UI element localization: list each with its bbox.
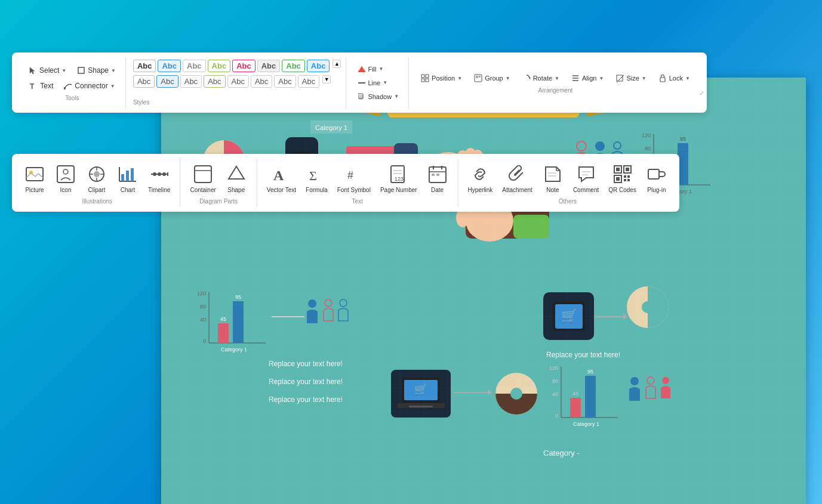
date-icon — [427, 163, 448, 185]
pie-chart-right[interactable] — [624, 283, 672, 331]
comment-icon — [575, 163, 597, 185]
replace-text-4[interactable]: Replace your text here! — [269, 394, 343, 404]
abc-row2: Abc Abc Abc Abc Abc Abc Abc Abc ▼ — [133, 75, 341, 88]
abc-btn-14[interactable]: Abc — [251, 75, 272, 88]
canvas-content[interactable]: Add Your Title Here Category 1 🛒 — [161, 78, 806, 504]
svg-rect-32 — [126, 171, 129, 181]
svg-rect-138 — [570, 398, 581, 418]
font-symbol-item[interactable]: # Font Symbol — [335, 161, 373, 196]
svg-text:0: 0 — [203, 338, 206, 344]
svg-text:Category 1: Category 1 — [221, 347, 247, 353]
abc-btn-5[interactable]: Abc — [232, 60, 255, 72]
abc-btn-7[interactable]: Abc — [282, 60, 305, 72]
clipart-item[interactable]: Clipart — [84, 161, 110, 196]
shape-insert-item[interactable]: Shape — [223, 161, 250, 196]
group-icon — [474, 74, 482, 82]
align-button[interactable]: Align ▼ — [567, 72, 608, 85]
hyperlink-item[interactable]: Hyperlink — [466, 161, 495, 196]
chart-icon — [117, 163, 138, 185]
picture-label: Picture — [25, 187, 44, 193]
expand-styles-up[interactable]: ▲ — [333, 60, 341, 68]
abc-btn-16[interactable]: Abc — [298, 75, 319, 88]
text-label: Text — [40, 82, 53, 90]
line-button[interactable]: Line ▼ — [353, 77, 404, 89]
svg-rect-10 — [426, 79, 429, 82]
plugin-item[interactable]: Plug-in — [644, 161, 670, 196]
bar-chart-bottom-right[interactable]: 120 80 40 0 45 95 Category 1 — [543, 364, 621, 432]
canvas-area: Add Your Title Here Category 1 🛒 — [161, 78, 806, 504]
svg-rect-13 — [479, 76, 481, 78]
rotate-button[interactable]: Rotate ▼ — [518, 72, 564, 85]
chart-item[interactable]: Chart — [115, 161, 141, 196]
replace-text-right[interactable]: Replace your text here! — [546, 349, 620, 360]
comment-label: Comment — [573, 187, 599, 193]
plugin-label: Plug-in — [647, 187, 666, 193]
tablet-cart[interactable]: 🛒 — [543, 292, 594, 340]
svg-point-117 — [308, 299, 316, 308]
qr-codes-item[interactable]: QR Codes — [606, 161, 639, 196]
abc-btn-12[interactable]: Abc — [204, 75, 225, 88]
position-button[interactable]: Position ▼ — [416, 72, 467, 85]
abc-btn-9[interactable]: Abc — [133, 75, 155, 88]
bar-chart-bottom-left[interactable]: 120 80 40 0 45 95 Category 1 — [191, 289, 269, 358]
vector-text-label: Vector Text — [267, 187, 296, 193]
size-button[interactable]: Size ▼ — [611, 72, 651, 85]
shape-button[interactable]: Shape ▼ — [72, 64, 121, 77]
icon-item[interactable]: Icon — [53, 161, 79, 196]
abc-btn-6[interactable]: Abc — [257, 60, 281, 72]
abc-btn-3[interactable]: Abc — [183, 60, 206, 72]
pie-chart-bottom-mid[interactable] — [492, 370, 540, 418]
fill-button[interactable]: Fill ▼ — [353, 63, 404, 75]
note-item[interactable]: Note — [540, 161, 566, 196]
shape-insert-label: Shape — [227, 187, 245, 193]
line-icon — [358, 79, 365, 86]
svg-text:120: 120 — [197, 290, 206, 296]
svg-point-24 — [63, 169, 68, 174]
hyperlink-label: Hyperlink — [468, 187, 493, 193]
illustrations-label: Illustrations — [82, 198, 112, 205]
tools-row: Select ▼ Shape ▼ — [24, 64, 121, 77]
laptop-cart[interactable]: 🛒 — [391, 370, 451, 418]
attachment-icon — [507, 163, 528, 185]
picture-item[interactable]: Picture — [21, 161, 48, 196]
others-label: Others — [559, 198, 577, 205]
expand-styles-down[interactable]: ▼ — [322, 75, 331, 84]
shape-arrow: ▼ — [111, 68, 116, 73]
abc-btn-4[interactable]: Abc — [208, 60, 231, 72]
formula-item[interactable]: Σ Formula — [303, 161, 330, 196]
date-item[interactable]: Date — [424, 161, 451, 196]
diagram-items: Container Shape — [187, 161, 249, 196]
lock-button[interactable]: Lock ▼ — [654, 72, 695, 85]
svg-point-94 — [614, 142, 621, 149]
timeline-item[interactable]: Timeline — [146, 161, 173, 196]
abc-btn-2[interactable]: Abc — [158, 60, 181, 72]
replace-text-2[interactable]: Replace your text here! — [269, 358, 343, 369]
container-item[interactable]: Container — [187, 161, 218, 196]
replace-text-3[interactable]: Replace your text here! — [269, 376, 343, 386]
illustrations-items: Picture Icon Clipart Chart — [21, 161, 173, 196]
vector-text-item[interactable]: A Vector Text — [264, 161, 298, 196]
connector-button[interactable]: Connector ▼ — [59, 79, 119, 92]
svg-text:45: 45 — [220, 316, 226, 322]
abc-btn-8[interactable]: Abc — [307, 60, 330, 72]
group-button[interactable]: Group ▼ — [469, 72, 515, 85]
abc-btn-1[interactable]: Abc — [133, 60, 156, 72]
rotate-icon — [522, 74, 531, 82]
text-insert-section: A Vector Text Σ Formula # Font Symbol 12… — [257, 159, 458, 207]
abc-btn-10[interactable]: Abc — [156, 75, 178, 88]
toolbar-top: Select ▼ Shape ▼ T Text Connector ▼ Tool… — [12, 52, 707, 113]
select-button[interactable]: Select ▼ — [24, 64, 71, 77]
abc-btn-15[interactable]: Abc — [274, 75, 295, 88]
comment-item[interactable]: Comment — [571, 161, 601, 196]
abc-btn-13[interactable]: Abc — [227, 75, 249, 88]
arrow-laptop — [454, 392, 489, 393]
svg-point-143 — [630, 377, 639, 385]
attachment-item[interactable]: Attachment — [500, 161, 535, 196]
tools-section-label: Tools — [65, 95, 79, 101]
text-button[interactable]: T Text — [24, 79, 58, 92]
expand-icon[interactable]: ⤢ — [700, 90, 704, 96]
page-number-item[interactable]: 123 Page Number — [378, 161, 420, 196]
category-bottom-label: Category - — [543, 447, 580, 458]
shadow-button[interactable]: Shadow ▼ — [353, 91, 404, 103]
abc-btn-11[interactable]: Abc — [180, 75, 202, 88]
